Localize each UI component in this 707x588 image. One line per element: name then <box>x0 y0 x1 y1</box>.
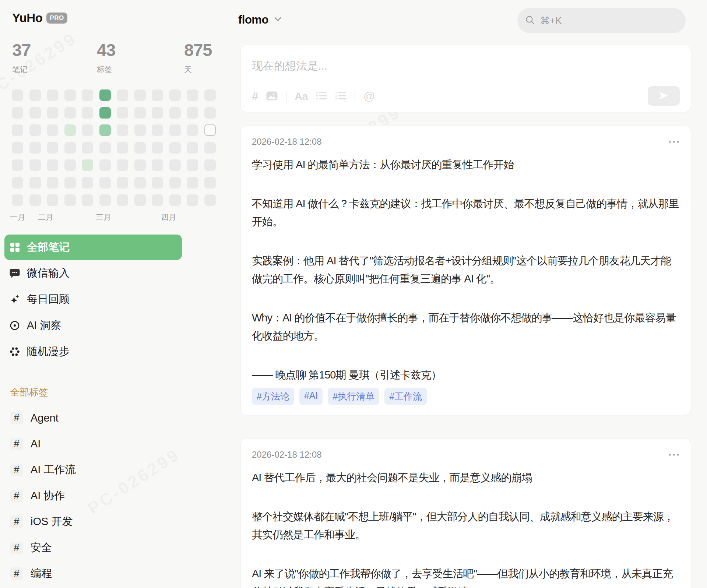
heatmap-cell[interactable] <box>82 177 93 189</box>
heatmap-cell[interactable] <box>134 142 146 154</box>
text-style-tool-icon[interactable]: Aa <box>295 91 308 102</box>
heatmap-cell[interactable] <box>204 124 216 136</box>
heatmap-cell[interactable] <box>187 194 198 206</box>
heatmap-cell[interactable] <box>204 194 216 206</box>
heatmap-cell[interactable] <box>82 124 93 136</box>
hash-tool-icon[interactable]: # <box>252 90 258 103</box>
heatmap-cell[interactable] <box>117 89 128 101</box>
sidebar-tag-ai-collab[interactable]: # AI 协作 <box>4 483 182 509</box>
heatmap-cell[interactable] <box>99 142 111 154</box>
heatmap-cell[interactable] <box>12 124 23 136</box>
sidebar-tag-ai[interactable]: # AI <box>4 431 182 457</box>
heatmap-cell[interactable] <box>29 159 41 171</box>
heatmap-cell[interactable] <box>64 194 76 206</box>
heatmap-cell[interactable] <box>169 142 181 154</box>
heatmap-cell[interactable] <box>64 177 76 189</box>
composer-input[interactable]: 现在的想法是... <box>252 59 327 74</box>
heatmap-cell[interactable] <box>187 177 198 189</box>
sidebar-item-random-walk[interactable]: 随机漫步 <box>4 338 182 365</box>
heatmap-cell[interactable] <box>47 194 58 206</box>
heatmap-cell[interactable] <box>12 194 23 206</box>
heatmap-cell[interactable] <box>152 177 163 189</box>
more-menu-icon[interactable] <box>668 453 680 456</box>
heatmap-cell[interactable] <box>134 124 146 136</box>
heatmap-cell[interactable] <box>99 194 111 206</box>
heatmap-cell[interactable] <box>29 142 41 154</box>
heatmap-cell[interactable] <box>29 89 41 101</box>
heatmap-cell[interactable] <box>47 89 58 101</box>
heatmap-cell[interactable] <box>169 89 181 101</box>
heatmap-cell[interactable] <box>82 194 93 206</box>
heatmap-cell[interactable] <box>12 107 23 119</box>
heatmap-cell[interactable] <box>47 124 58 136</box>
heatmap-cell[interactable] <box>64 107 76 119</box>
heatmap-cell[interactable] <box>204 159 216 171</box>
sidebar-tag-ios-dev[interactable]: # iOS 开发 <box>4 509 182 535</box>
heatmap-cell[interactable] <box>47 159 58 171</box>
sidebar-tag-security[interactable]: # 安全 <box>4 535 182 561</box>
heatmap-cell[interactable] <box>64 124 76 136</box>
heatmap-cell[interactable] <box>82 107 93 119</box>
heatmap-cell[interactable] <box>117 177 128 189</box>
heatmap-cell[interactable] <box>12 142 23 154</box>
heatmap-cell[interactable] <box>152 107 163 119</box>
more-menu-icon[interactable] <box>668 140 680 143</box>
heatmap-cell[interactable] <box>47 142 58 154</box>
note-tag-chip[interactable]: #AI <box>299 388 323 405</box>
heatmap-cell[interactable] <box>187 159 198 171</box>
sidebar-item-wechat-input[interactable]: 微信输入 <box>4 260 182 286</box>
note-tag-chip[interactable]: #工作流 <box>384 388 427 405</box>
numbered-list-tool-icon[interactable]: 1 2 3 <box>335 91 347 102</box>
heatmap-cell[interactable] <box>64 142 76 154</box>
heatmap-cell[interactable] <box>187 89 198 101</box>
heatmap-cell[interactable] <box>117 124 128 136</box>
heatmap-cell[interactable] <box>152 159 163 171</box>
heatmap-cell[interactable] <box>12 177 23 189</box>
heatmap-cell[interactable] <box>29 124 41 136</box>
heatmap-cell[interactable] <box>134 89 146 101</box>
heatmap-cell[interactable] <box>152 142 163 154</box>
heatmap-cell[interactable] <box>99 177 111 189</box>
heatmap-cell[interactable] <box>169 107 181 119</box>
heatmap-cell[interactable] <box>169 194 181 206</box>
heatmap-cell[interactable] <box>82 142 93 154</box>
heatmap-cell[interactable] <box>99 159 111 171</box>
heatmap-cell[interactable] <box>152 124 163 136</box>
heatmap-cell[interactable] <box>117 142 128 154</box>
bullet-list-tool-icon[interactable] <box>316 91 327 102</box>
heatmap-cell[interactable] <box>82 89 93 101</box>
heatmap-cell[interactable] <box>64 159 76 171</box>
note-tag-chip[interactable]: #执行清单 <box>328 388 379 405</box>
heatmap-cell[interactable] <box>99 107 111 119</box>
heatmap-cell[interactable] <box>29 177 41 189</box>
sidebar-tag-ai-workflow[interactable]: # AI 工作流 <box>4 457 182 483</box>
heatmap-cell[interactable] <box>169 159 181 171</box>
sidebar-item-ai-insight[interactable]: AI 洞察 <box>4 312 182 338</box>
heatmap-cell[interactable] <box>29 194 41 206</box>
heatmap-cell[interactable] <box>169 177 181 189</box>
heatmap-cell[interactable] <box>117 194 128 206</box>
heatmap-cell[interactable] <box>64 89 76 101</box>
heatmap-cell[interactable] <box>82 159 93 171</box>
workspace-switcher[interactable]: flomo <box>238 13 281 27</box>
heatmap-cell[interactable] <box>187 107 198 119</box>
heatmap-cell[interactable] <box>152 194 163 206</box>
heatmap-cell[interactable] <box>134 177 146 189</box>
heatmap-cell[interactable] <box>117 107 128 119</box>
search-input[interactable]: ⌘+K <box>517 8 686 33</box>
heatmap-cell[interactable] <box>99 89 111 101</box>
image-tool-icon[interactable] <box>266 91 278 102</box>
sidebar-item-daily-review[interactable]: 每日回顾 <box>4 286 182 312</box>
heatmap-cell[interactable] <box>134 107 146 119</box>
heatmap-cell[interactable] <box>187 124 198 136</box>
heatmap-cell[interactable] <box>152 89 163 101</box>
sidebar-tag-agent[interactable]: # Agent <box>4 405 182 431</box>
heatmap-cell[interactable] <box>204 89 216 101</box>
heatmap-cell[interactable] <box>169 124 181 136</box>
heatmap-cell[interactable] <box>204 107 216 119</box>
heatmap-cell[interactable] <box>12 159 23 171</box>
heatmap-cell[interactable] <box>99 124 111 136</box>
sidebar-tag-coding[interactable]: # 编程 <box>4 561 182 587</box>
sidebar-item-all-notes[interactable]: 全部笔记 <box>4 235 182 260</box>
heatmap-cell[interactable] <box>204 177 216 189</box>
